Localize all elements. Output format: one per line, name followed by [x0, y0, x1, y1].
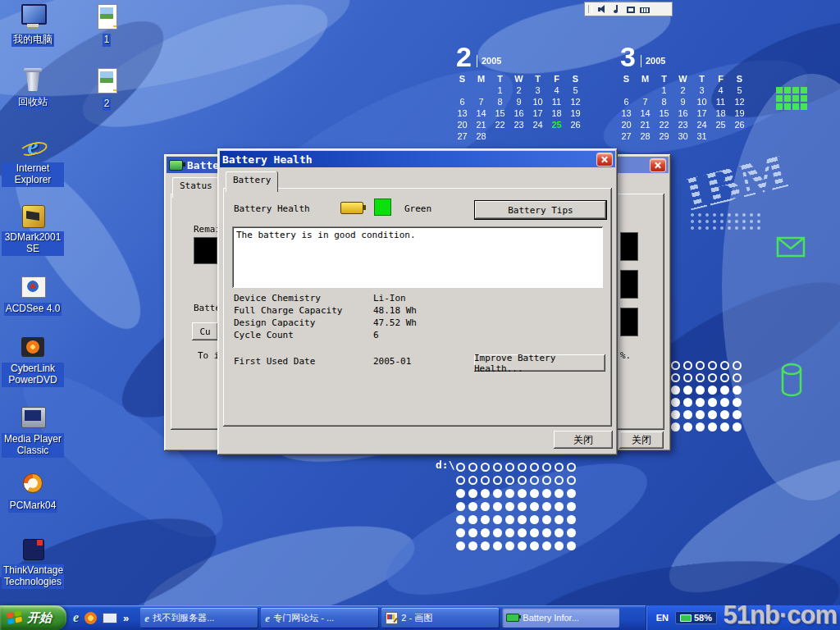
calendar-day-header: M — [636, 74, 655, 85]
calendar-grid: SMTWTFS123456789101112131415161718192021… — [617, 74, 749, 143]
calendar-day: 10 — [692, 97, 711, 108]
task-label: 2 - 画图 — [401, 612, 432, 624]
desktop-icon-mpc[interactable]: Media Player Classic — [2, 404, 64, 458]
volume-icon[interactable] — [597, 4, 607, 14]
calendar-day: 6 — [617, 97, 636, 108]
gauge-graphic-1 — [620, 232, 638, 261]
current-settings-button[interactable]: Cu — [192, 322, 218, 340]
battery-field-row: Full Charge Capacity48.18 Wh — [234, 304, 599, 317]
calendar-day: 16 — [509, 108, 528, 120]
calendar-day: 21 — [472, 120, 491, 131]
field-value: 48.18 Wh — [373, 304, 417, 317]
watermark: 51nb·com — [724, 600, 837, 630]
jpg-file-icon — [92, 67, 121, 95]
tab-status[interactable]: Status — [172, 177, 220, 198]
desktop-file-2[interactable]: 2 — [75, 67, 138, 111]
icon-label: ThinkVantage Technologies — [2, 564, 64, 589]
calendar-3-2005: 32005SMTWTFS1234567891011121314151617181… — [617, 43, 749, 143]
close-button[interactable]: 关闭 — [554, 431, 613, 449]
language-indicator[interactable]: EN — [656, 613, 669, 623]
dialog-title-bar: Battery Health — [220, 151, 615, 167]
battery-field-row: Cycle Count6 — [234, 329, 599, 341]
calendar-day-header: T — [528, 74, 547, 85]
calendar-day: 15 — [655, 108, 673, 120]
icon-label: 1 — [103, 34, 112, 47]
icon-label: 3DMark2001 SE — [2, 231, 64, 256]
close-icon[interactable] — [650, 158, 666, 172]
first-used-value: 2005-01 — [373, 355, 411, 368]
calendar-day: 24 — [692, 120, 711, 131]
quick-launch-overflow-chevron[interactable]: » — [123, 612, 129, 624]
improve-battery-health-button[interactable]: Improve Battery Health... — [474, 354, 605, 372]
task-label: 专门网论坛 - ... — [273, 612, 334, 624]
calendar-day: 4 — [547, 85, 566, 97]
calendar-day — [491, 131, 509, 143]
close-icon[interactable] — [596, 153, 613, 167]
calendar-day: 8 — [491, 97, 509, 108]
battery-tips-button[interactable]: Battery Tips — [474, 200, 607, 220]
calendar-day-header: M — [472, 74, 491, 85]
desktop-file-1[interactable]: 1 — [75, 3, 138, 47]
first-used-label: First Used Date — [234, 355, 373, 368]
field-label: Design Capacity — [234, 317, 373, 329]
gauge-graphic-3 — [620, 308, 638, 336]
tray-battery-indicator[interactable]: 58% — [675, 611, 717, 624]
thinkvantage-icon — [18, 535, 48, 563]
calendar-day: 1 — [655, 85, 673, 97]
my-computer-icon — [18, 3, 48, 31]
acdsee-icon — [18, 272, 48, 300]
start-label: 开始 — [27, 610, 52, 626]
keyboard-icon[interactable] — [640, 7, 650, 13]
task-label: 找不到服务器... — [153, 612, 214, 624]
calendar-header: 32005 — [620, 43, 749, 71]
desktop-icon-recycle-bin[interactable]: 回收站 — [2, 66, 64, 109]
calendar-day: 16 — [673, 108, 692, 120]
toolbar-grip[interactable] — [588, 5, 592, 13]
calendar-day — [711, 131, 730, 143]
desktop-icon-pcmark[interactable]: PCMark04 — [2, 469, 64, 513]
close-button[interactable]: 关闭 — [619, 431, 664, 449]
desktop-icon-internet-explorer[interactable]: eInternet Explorer — [2, 133, 64, 187]
desktop-icon-my-computer[interactable]: 我的电脑 — [2, 3, 64, 47]
calendar-day: 19 — [730, 108, 749, 120]
calendar-day: 26 — [730, 120, 749, 131]
audio-note-icon[interactable] — [612, 4, 622, 14]
icon-label: 2 — [103, 98, 112, 111]
desktop-icon-powerdvd[interactable]: CyberLink PowerDVD — [2, 333, 64, 387]
icon-label: 我的电脑 — [11, 34, 54, 47]
calendar-day: 2 — [673, 85, 692, 97]
calendar-day-header: T — [692, 74, 711, 85]
calendar-day: 28 — [636, 131, 655, 143]
calendar-day: 25 — [711, 120, 730, 131]
media-player-icon[interactable] — [84, 612, 97, 624]
battery-icon — [340, 202, 363, 214]
internet-explorer-icon[interactable]: e — [73, 611, 79, 624]
taskbar: 开始 e » e找不到服务器...e专门网论坛 - ...2 - 画图Batte… — [0, 605, 840, 630]
calendar-day: 17 — [528, 108, 547, 120]
calendar-day: 28 — [472, 131, 491, 143]
calendar-day-header: T — [491, 74, 509, 85]
calendar-day: 20 — [617, 120, 636, 131]
mail-icon[interactable] — [103, 613, 117, 623]
calendar-day: 2 — [509, 85, 528, 97]
taskbar-task-battery[interactable]: Battery Infor... — [502, 608, 619, 628]
desktop-icon-mark3d[interactable]: 3DMark2001 SE — [2, 202, 64, 256]
windows-flag-icon — [6, 610, 24, 626]
taskbar-task-ie[interactable]: e找不到服务器... — [140, 608, 258, 628]
calendar-day: 19 — [566, 108, 585, 120]
start-button[interactable]: 开始 — [0, 605, 66, 630]
calendar-day: 11 — [711, 97, 730, 108]
calendar-day: 22 — [491, 120, 509, 131]
taskbar-task-ie[interactable]: e专门网论坛 - ... — [261, 608, 378, 628]
calendar-day: 11 — [547, 97, 566, 108]
battery-percent: 58% — [694, 613, 712, 623]
desktop-icon-acdsee[interactable]: ACDSee 4.0 — [2, 272, 64, 316]
tab-battery[interactable]: Battery — [226, 171, 278, 192]
display-icon[interactable] — [627, 7, 635, 13]
desktop-icon-thinkvantage[interactable]: ThinkVantage Technologies — [2, 535, 64, 589]
calendar-year: 2005 — [641, 55, 665, 67]
calendar-day — [547, 131, 566, 143]
taskbar-task-paint[interactable]: 2 - 画图 — [381, 608, 499, 628]
calendar-day: 3 — [528, 85, 547, 97]
battery-field-row: Design Capacity47.52 Wh — [234, 317, 599, 329]
